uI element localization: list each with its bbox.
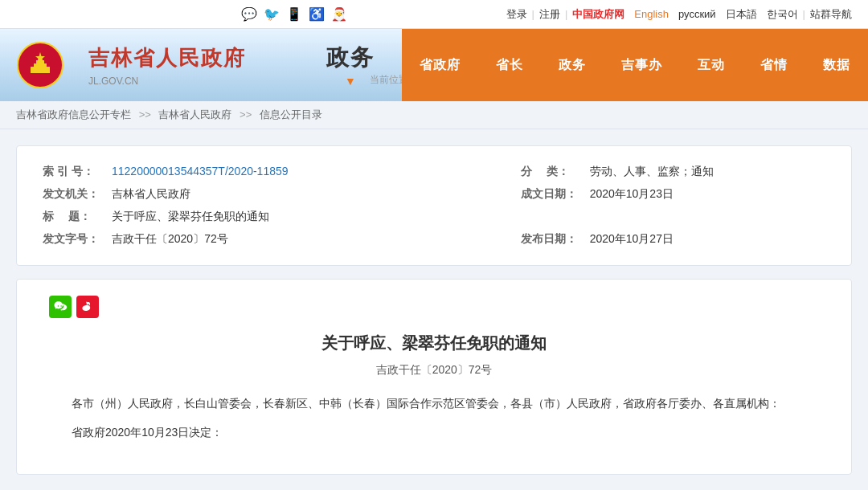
- login-link[interactable]: 登录: [506, 7, 527, 22]
- label-ref-num: 索 引 号：: [36, 161, 105, 183]
- value-doc-num: 吉政干任〔2020〕72号: [105, 228, 450, 251]
- value-ref-num: 11220000013544357T/2020-11859: [105, 161, 450, 183]
- wechat-icon[interactable]: 💬: [241, 6, 257, 22]
- share-weibo-button[interactable]: [76, 296, 99, 318]
- national-emblem: [16, 41, 64, 89]
- festival-icon[interactable]: 🎅: [331, 6, 347, 22]
- info-row-2: 发文机关： 吉林省人民政府 成文日期： 2020年10月23日: [36, 183, 832, 206]
- label-publish-date: 发布日期：: [514, 228, 583, 251]
- breadcrumb-item-2[interactable]: 吉林省人民政府: [158, 108, 231, 120]
- label-issuer: 发文机关：: [36, 183, 105, 206]
- empty-value: [583, 206, 832, 228]
- label-category: 分 类：: [514, 161, 583, 183]
- spacer-3: [450, 206, 514, 228]
- value-category: 劳动、人事、监察；通知: [583, 161, 832, 183]
- breadcrumb-sep-1: >>: [139, 108, 154, 120]
- value-create-date: 2020年10月23日: [583, 183, 832, 206]
- header-title-block: 吉林省人民政府 JL.GOV.CN: [80, 44, 246, 87]
- doc-title: 关于呼应、梁翠芬任免职的通知: [49, 331, 819, 355]
- nav-item-affairs[interactable]: 政务: [541, 57, 604, 74]
- breadcrumb-bar: 吉林省政府信息公开专栏 >> 吉林省人民政府 >> 信息公开目录: [0, 101, 868, 129]
- zhengwu-label: 政务: [326, 43, 375, 73]
- nav-item-governor[interactable]: 省长: [478, 57, 541, 74]
- nav-item-data[interactable]: 数据: [805, 57, 868, 74]
- svg-rect-2: [31, 67, 50, 73]
- doc-subtitle: 吉政干任〔2020〕72号: [49, 363, 819, 378]
- weibo-icon-svg: [80, 300, 95, 314]
- share-wechat-button[interactable]: [49, 296, 72, 318]
- label-doc-num: 发文字号：: [36, 228, 105, 251]
- arrow-wrap: ▼: [326, 75, 375, 88]
- nav-item-province-gov[interactable]: 省政府: [402, 57, 478, 74]
- breadcrumb-item-3: 信息公开目录: [260, 108, 322, 120]
- wechat-icon-svg: [53, 300, 68, 314]
- sep2: |: [565, 8, 567, 20]
- value-issuer: 吉林省人民政府: [105, 183, 450, 206]
- empty-label: [514, 206, 583, 228]
- korean-link[interactable]: 한국어: [767, 7, 798, 22]
- info-row-3: 标 题： 关于呼应、梁翠芬任免职的通知: [36, 206, 832, 228]
- nav-item-jishiban[interactable]: 吉事办: [604, 57, 680, 74]
- doc-body: 各市（州）人民政府，长白山管委会，长春新区、中韩（长春）国际合作示范区管委会，各…: [49, 392, 819, 443]
- weibo-icon[interactable]: 🐦: [264, 6, 280, 22]
- top-bar: 💬 🐦 📱 ♿ 🎅 登录 | 注册 | 中国政府网 English русски…: [0, 0, 868, 29]
- value-publish-date: 2020年10月27日: [583, 228, 832, 251]
- doc-para-2: 省政府2020年10月23日决定：: [49, 421, 819, 443]
- label-title: 标 题：: [36, 206, 105, 228]
- info-table: 索 引 号： 11220000013544357T/2020-11859 分 类…: [36, 161, 832, 251]
- share-icons: [49, 296, 819, 318]
- site-nav-link[interactable]: 站群导航: [810, 7, 852, 22]
- english-link[interactable]: English: [634, 8, 669, 20]
- site-url: JL.GOV.CN: [88, 76, 246, 87]
- info-row-4: 发文字号： 吉政干任〔2020〕72号 发布日期： 2020年10月27日: [36, 228, 832, 251]
- breadcrumb-item-1[interactable]: 吉林省政府信息公开专栏: [16, 108, 131, 120]
- down-arrow: ▼: [345, 75, 356, 88]
- nav-items-container: 省政府 省长 政务 吉事办 互动 省情 数据: [402, 29, 868, 101]
- russian-link[interactable]: русский: [678, 8, 716, 20]
- nav-item-province-info[interactable]: 省情: [743, 57, 805, 74]
- nav-bar: 省政府 省长 政务 吉事办 互动 省情 数据: [402, 29, 868, 101]
- sep1: |: [532, 8, 534, 20]
- doc-para-1: 各市（州）人民政府，长白山管委会，长春新区、中韩（长春）国际合作示范区管委会，各…: [49, 392, 819, 414]
- main-content: 索 引 号： 11220000013544357T/2020-11859 分 类…: [0, 129, 868, 490]
- info-card: 索 引 号： 11220000013544357T/2020-11859 分 类…: [16, 145, 852, 266]
- header: 吉林省人民政府 JL.GOV.CN 政务 ▼ 当前位置 : 首页 ● 政务 ● …: [0, 29, 868, 101]
- header-zhengwu: 政务 ▼: [326, 43, 375, 88]
- accessibility-icon[interactable]: ♿: [309, 6, 325, 22]
- nav-item-interaction[interactable]: 互动: [680, 57, 743, 74]
- breadcrumb-sep-2: >>: [240, 108, 255, 120]
- header-logo: [16, 41, 64, 89]
- spacer-2: [450, 183, 514, 206]
- label-create-date: 成文日期：: [514, 183, 583, 206]
- register-link[interactable]: 注册: [539, 7, 560, 22]
- top-bar-links: 登录 | 注册 | 中国政府网 English русский 日本語 한국어 …: [506, 7, 852, 22]
- japanese-link[interactable]: 日本語: [726, 7, 757, 22]
- info-row-1: 索 引 号： 11220000013544357T/2020-11859 分 类…: [36, 161, 832, 183]
- mobile-icon[interactable]: 📱: [286, 6, 302, 22]
- spacer-4: [450, 228, 514, 251]
- top-bar-icons: 💬 🐦 📱 ♿ 🎅: [16, 6, 347, 22]
- value-title: 关于呼应、梁翠芬任免职的通知: [105, 206, 450, 228]
- spacer-1: [450, 161, 514, 183]
- sep3: |: [803, 8, 805, 20]
- doc-card: 关于呼应、梁翠芬任免职的通知 吉政干任〔2020〕72号 各市（州）人民政府，长…: [16, 279, 852, 475]
- site-title: 吉林省人民政府: [88, 44, 246, 72]
- gov-link[interactable]: 中国政府网: [572, 7, 624, 22]
